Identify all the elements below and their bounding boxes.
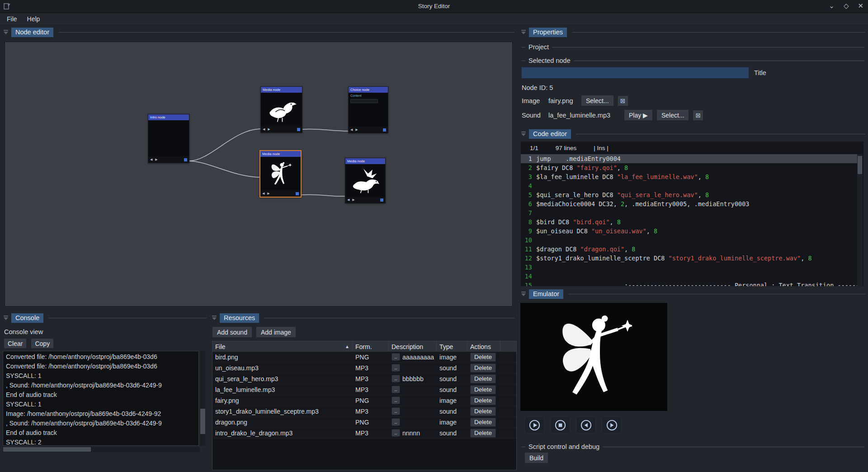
sort-ascending-icon: ▲ (345, 344, 349, 349)
collapse-icon[interactable] (520, 29, 527, 35)
node-socket[interactable] (383, 128, 386, 132)
delete-button[interactable]: Delete (470, 396, 496, 405)
column-header-format[interactable]: Form. (353, 341, 389, 352)
resource-row[interactable]: fairy.pngPNG..imageDelete (212, 395, 516, 406)
resource-description-cell: .. (389, 386, 437, 393)
node-title[interactable]: Choice node (349, 87, 388, 93)
image-select-button[interactable]: Select... (581, 95, 614, 106)
sound-select-button[interactable]: Select... (656, 109, 689, 121)
graph-node[interactable]: Media node◀ ▶ (345, 158, 386, 203)
graph-node[interactable]: Choice nodeContent◀ ▶ (348, 86, 388, 133)
node-title[interactable]: Media node (261, 87, 302, 93)
node-socket[interactable] (380, 198, 383, 202)
delete-button[interactable]: Delete (470, 418, 496, 427)
resource-row[interactable]: un_oiseau.mp3MP3..soundDelete (212, 363, 516, 373)
edit-description-button[interactable]: .. (392, 429, 400, 437)
code-vertical-scrollbar[interactable] (857, 154, 863, 286)
collapse-icon[interactable] (3, 315, 9, 321)
node-socket[interactable] (297, 128, 300, 131)
collapse-icon[interactable] (3, 29, 9, 35)
resource-row[interactable]: dragon.pngPNG..imageDelete (212, 417, 516, 428)
edit-description-button[interactable]: .. (392, 386, 400, 393)
menu-help[interactable]: Help (22, 14, 45, 24)
code-editor[interactable]: 1/1 97 lines | Ins | 1jump .mediaEntry00… (521, 142, 863, 286)
delete-button[interactable]: Delete (470, 374, 496, 383)
stop-button[interactable] (550, 416, 570, 434)
close-icon[interactable]: ✕ (858, 2, 863, 10)
node-canvas[interactable]: Intro node◀ ▶Media node◀ ▶Choice nodeCon… (5, 42, 513, 307)
resource-description-cell: ..aaaaaaaaa (389, 353, 437, 361)
column-header-type[interactable]: Type (437, 341, 467, 352)
collapse-icon[interactable] (520, 291, 527, 297)
sound-clear-button[interactable]: ⊠ (693, 110, 703, 121)
scrollbar-thumb[interactable] (858, 156, 862, 174)
maximize-icon[interactable]: ◇ (844, 2, 849, 10)
console-log-line: , Sound: /home/anthony/ostproj/ba869e4b-… (6, 419, 196, 428)
node-title[interactable]: Media node (345, 158, 385, 164)
resource-row[interactable]: la_fee_luminelle.mp3MP3..soundDelete (212, 384, 516, 395)
delete-button[interactable]: Delete (470, 385, 496, 394)
node-nav-icons[interactable]: ◀ ▶ (350, 128, 359, 132)
node-mini-field[interactable] (350, 99, 378, 103)
resources-table-header: File ▲ Form. Description Type Actions (212, 341, 516, 352)
resource-format: PNG (353, 419, 389, 426)
clear-button[interactable]: Clear (4, 338, 27, 349)
console-log[interactable]: Converted file: /home/anthony/ostproj/ba… (3, 351, 199, 446)
node-socket[interactable] (184, 158, 187, 161)
add-image-button[interactable]: Add image (256, 326, 296, 338)
collapse-icon[interactable] (520, 131, 527, 137)
image-clear-button[interactable]: ⊠ (618, 95, 628, 106)
node-title[interactable]: Intro node (148, 114, 189, 120)
graph-node[interactable]: Media node◀ ▶ (259, 150, 302, 198)
code-line: 15 ;---------------------------- Personn… (521, 281, 857, 286)
console-horizontal-scrollbar[interactable] (3, 447, 200, 452)
title-input[interactable] (521, 67, 749, 79)
column-header-actions[interactable]: Actions (467, 341, 500, 352)
delete-button[interactable]: Delete (470, 407, 496, 416)
step-back-icon (580, 419, 593, 432)
resource-type: sound (437, 386, 467, 393)
build-button[interactable]: Build (524, 452, 548, 463)
node-nav-icons[interactable]: ◀ ▶ (263, 127, 271, 131)
edit-description-button[interactable]: .. (392, 353, 400, 361)
node-nav-icons[interactable]: ◀ ▶ (262, 192, 271, 195)
edit-description-button[interactable]: .. (392, 364, 400, 372)
code-line: 4 (521, 181, 857, 190)
menu-file[interactable]: File (2, 14, 22, 24)
copy-button[interactable]: Copy (31, 338, 54, 349)
column-header-description[interactable]: Description (389, 341, 437, 352)
resources-table: File ▲ Form. Description Type Actions bi… (212, 341, 517, 470)
node-title[interactable]: Media node (260, 151, 301, 157)
node-nav-icons[interactable]: ◀ ▶ (347, 198, 356, 202)
scrollbar-thumb[interactable] (200, 409, 205, 434)
resource-row[interactable]: qui_sera_le_hero.mp3MP3..bbbbbbsoundDele… (212, 373, 516, 384)
scrollbar-thumb[interactable] (3, 447, 91, 452)
delete-button[interactable]: Delete (470, 363, 496, 373)
delete-button[interactable]: Delete (470, 353, 496, 362)
edit-description-button[interactable]: .. (392, 375, 400, 382)
step-forward-button[interactable] (602, 416, 622, 434)
step-back-button[interactable] (576, 416, 596, 434)
sound-play-button[interactable]: Play ▶ (624, 109, 653, 121)
play-icon (528, 419, 541, 432)
column-header-file[interactable]: File ▲ (212, 341, 353, 352)
graph-node[interactable]: Media node◀ ▶ (260, 86, 302, 133)
edit-description-button[interactable]: .. (392, 396, 400, 404)
edit-description-button[interactable]: .. (392, 407, 400, 415)
graph-node[interactable]: Intro node◀ ▶ (148, 114, 189, 163)
code-line: 2$fairy DC8 "fairy.qoi", 8 (521, 163, 857, 172)
play-button[interactable] (524, 416, 544, 434)
resource-row[interactable]: story1_drako_luminelle_sceptre.mp3MP3..s… (212, 406, 516, 417)
node-nav-icons[interactable]: ◀ ▶ (150, 158, 159, 161)
delete-button[interactable]: Delete (470, 429, 496, 438)
collapse-icon[interactable] (211, 315, 217, 321)
add-sound-button[interactable]: Add sound (212, 326, 252, 338)
edit-description-button[interactable]: .. (392, 418, 400, 426)
resource-type: sound (437, 430, 467, 437)
node-socket[interactable] (296, 192, 299, 195)
resource-row[interactable]: intro_drako_le_dragon.mp3MP3..nnnnnsound… (212, 428, 516, 439)
line-count: 97 lines (556, 145, 577, 151)
console-vertical-scrollbar[interactable] (200, 351, 206, 446)
resource-row[interactable]: bird.pngPNG..aaaaaaaaaimageDelete (212, 352, 516, 363)
minimize-icon[interactable]: ⌄ (829, 2, 835, 10)
